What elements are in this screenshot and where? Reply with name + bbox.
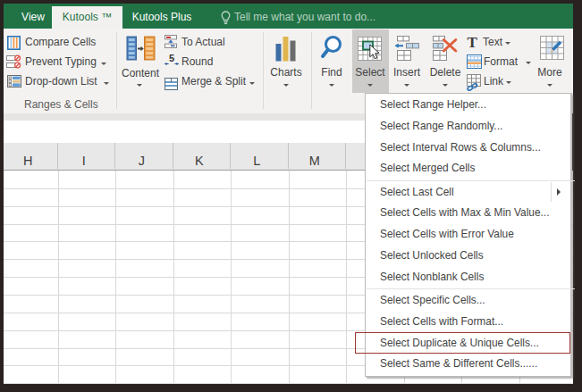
svg-text:T: T — [468, 35, 478, 48]
svg-text:5: 5 — [169, 53, 174, 63]
